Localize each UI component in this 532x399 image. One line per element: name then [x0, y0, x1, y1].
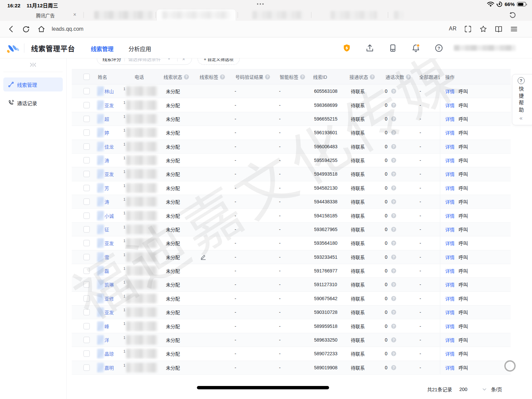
row-checkbox[interactable] [83, 364, 90, 371]
lead-name-link[interactable]: 亚修 [104, 295, 114, 302]
row-checkbox[interactable] [83, 157, 90, 164]
detail-link[interactable]: 详情 [445, 309, 455, 316]
call-link[interactable]: 呼叫 [459, 116, 468, 122]
column-header[interactable]: 线索ID [313, 69, 327, 84]
page-size-select[interactable]: 200 [459, 387, 491, 392]
call-count-help-icon[interactable]: ? [391, 351, 396, 356]
row-checkbox[interactable] [83, 281, 90, 288]
sidebar-item-lead-management[interactable]: 线索管理 [3, 77, 63, 91]
call-link[interactable]: 呼叫 [459, 129, 468, 136]
sidebar-item-call-records[interactable]: 通话记录 [3, 96, 63, 110]
tab-close-icon[interactable]: × [71, 11, 78, 18]
tab-redacted[interactable] [330, 11, 377, 19]
column-help-icon[interactable]: ? [220, 74, 225, 79]
call-link[interactable]: 呼叫 [459, 267, 468, 274]
notification-bell-icon[interactable] [412, 44, 420, 52]
help-icon[interactable]: ? [435, 44, 443, 52]
column-help-icon[interactable]: ? [300, 74, 305, 79]
sidebar-collapse-icon[interactable] [29, 62, 37, 68]
column-header[interactable]: 通话次数 ? [385, 69, 411, 84]
detail-link[interactable]: 详情 [445, 198, 455, 205]
lead-name-link[interactable]: 涛 [104, 198, 109, 205]
call-count-help-icon[interactable]: ? [391, 310, 396, 315]
detail-link[interactable]: 详情 [445, 88, 455, 94]
call-link[interactable]: 呼叫 [459, 295, 468, 302]
lead-name-link[interactable]: 亚发 [104, 102, 114, 109]
row-checkbox[interactable] [83, 199, 90, 205]
lead-name-link[interactable]: 芳 [104, 185, 109, 191]
detail-link[interactable]: 详情 [445, 102, 455, 109]
column-header[interactable]: 智能标签 ? [280, 69, 305, 84]
call-count-help-icon[interactable]: ? [391, 89, 396, 94]
row-checkbox[interactable] [83, 212, 90, 219]
row-checkbox[interactable] [83, 254, 90, 260]
call-link[interactable]: 呼叫 [459, 350, 468, 357]
detail-link[interactable]: 详情 [445, 281, 455, 288]
column-header[interactable]: 操作 [440, 69, 511, 84]
row-checkbox[interactable] [83, 102, 90, 108]
call-count-help-icon[interactable]: ? [391, 116, 396, 121]
tab-analytics-apps[interactable]: 分析应用 [128, 44, 151, 53]
call-count-help-icon[interactable]: ? [391, 282, 396, 287]
quick-help-panel[interactable]: ? 快捷帮助 « [512, 74, 532, 125]
bookmark-star-icon[interactable] [479, 25, 487, 33]
call-link[interactable]: 呼叫 [459, 143, 468, 150]
account-name-redacted[interactable] [454, 45, 516, 51]
call-count-help-icon[interactable]: ? [391, 241, 396, 246]
lead-name-link[interactable]: 婷 [104, 129, 109, 136]
home-indicator[interactable] [197, 386, 329, 389]
edit-tag-icon[interactable] [200, 254, 206, 260]
device-icon[interactable] [388, 44, 396, 52]
call-count-help-icon[interactable]: ? [391, 199, 396, 204]
call-link[interactable]: 呼叫 [459, 309, 468, 316]
lead-name-link[interactable]: 凯琳 [104, 281, 114, 288]
call-link[interactable]: 呼叫 [459, 364, 468, 371]
column-header[interactable]: 线索状态 ? [164, 69, 189, 84]
address-bar[interactable]: leads.qq.com [52, 26, 83, 32]
column-header[interactable]: 姓名 [98, 69, 107, 84]
undo-close-tab-icon[interactable] [509, 11, 517, 19]
column-help-icon[interactable]: ? [406, 74, 411, 79]
collapse-panel-icon[interactable]: « [519, 115, 522, 122]
detail-link[interactable]: 详情 [445, 254, 455, 260]
lead-name-link[interactable]: 征 [104, 226, 109, 233]
lead-name-link[interactable]: 涛 [104, 157, 109, 164]
lead-name-link[interactable]: 洋 [104, 337, 109, 343]
call-count-help-icon[interactable]: ? [391, 227, 396, 232]
call-link[interactable]: 呼叫 [459, 157, 468, 164]
column-help-icon[interactable]: ? [184, 74, 189, 79]
detail-link[interactable]: 详情 [445, 157, 455, 164]
lead-name-link[interactable]: 亚发 [104, 240, 114, 246]
detail-link[interactable]: 详情 [445, 350, 455, 357]
column-help-icon[interactable]: ? [265, 74, 270, 79]
call-count-help-icon[interactable]: ? [391, 337, 396, 342]
lead-name-link[interactable]: 佳龙 [104, 143, 114, 150]
lead-name-link[interactable]: 小诚 [104, 212, 114, 219]
reload-icon[interactable] [22, 25, 30, 33]
column-header[interactable]: 号码验证结果 ? [235, 69, 270, 84]
assistive-touch-icon[interactable] [504, 360, 516, 372]
lead-name-link[interactable]: 晶琼 [104, 350, 114, 357]
lead-name-link[interactable]: 嘉明 [104, 364, 114, 371]
detail-link[interactable]: 详情 [445, 240, 455, 246]
detail-link[interactable]: 详情 [445, 212, 455, 219]
row-checkbox[interactable] [83, 185, 90, 191]
call-link[interactable]: 呼叫 [459, 185, 468, 191]
lead-name-link[interactable]: 雪 [104, 254, 109, 260]
lead-name-link[interactable]: 亚发 [104, 309, 114, 316]
row-checkbox[interactable] [83, 143, 90, 150]
row-checkbox[interactable] [83, 240, 90, 246]
lead-name-link[interactable]: 林山 [104, 88, 114, 94]
detail-link[interactable]: 详情 [445, 267, 455, 274]
detail-link[interactable]: 详情 [445, 295, 455, 302]
call-count-help-icon[interactable]: ? [391, 254, 396, 259]
tab-tencent-ads[interactable]: 腾讯广告 [22, 12, 69, 19]
reading-list-icon[interactable] [495, 25, 503, 33]
upload-icon[interactable] [365, 44, 373, 52]
tabs-menu-icon[interactable] [510, 25, 518, 33]
tab-redacted[interactable] [252, 11, 303, 19]
row-checkbox[interactable] [83, 171, 90, 177]
column-header[interactable]: 线索标签 ? [200, 69, 225, 84]
row-checkbox[interactable] [83, 295, 90, 302]
detail-link[interactable]: 详情 [445, 185, 455, 191]
